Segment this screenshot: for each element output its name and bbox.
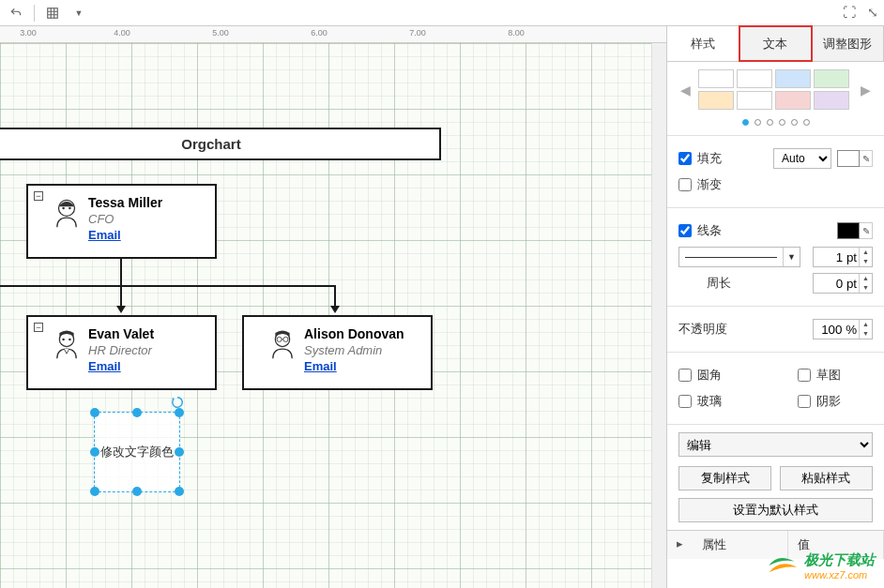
- orgchart-container[interactable]: Orgchart: [0, 128, 441, 160]
- swatch[interactable]: [775, 69, 811, 88]
- fullscreen-icon[interactable]: ⛶: [843, 5, 856, 20]
- fill-mode-select[interactable]: Auto: [773, 148, 831, 169]
- top-toolbar: ▼ ⛶ ⤡: [0, 0, 884, 26]
- watermark-icon: [765, 549, 799, 582]
- line-width-input[interactable]: ▲▼: [813, 247, 873, 267]
- avatar-icon: [51, 197, 83, 229]
- org-card[interactable]: − Evan Valet HR Director Email: [26, 315, 217, 390]
- line-checkbox[interactable]: 线条: [678, 222, 722, 239]
- collapse-icon[interactable]: −: [34, 191, 43, 201]
- gradient-checkbox[interactable]: 渐变: [678, 176, 722, 193]
- grid-button[interactable]: [42, 3, 63, 23]
- org-card[interactable]: Alison Donovan System Admin Email: [242, 315, 433, 390]
- format-panel: 样式 文本 调整图形 ◀ ▶: [666, 26, 884, 588]
- rounded-checkbox[interactable]: 圆角: [678, 367, 722, 384]
- edit-style-select[interactable]: 编辑: [678, 432, 873, 457]
- collapse-icon[interactable]: −: [34, 323, 43, 332]
- svg-point-5: [62, 339, 65, 341]
- swatch[interactable]: [698, 91, 734, 110]
- avatar-icon: [267, 328, 298, 360]
- opacity-input[interactable]: ▲▼: [813, 319, 873, 339]
- swatch[interactable]: [814, 91, 849, 110]
- page-dot[interactable]: [803, 119, 810, 126]
- swatch-prev-icon[interactable]: ◀: [677, 83, 694, 98]
- tab-arrange[interactable]: 调整图形: [812, 26, 884, 61]
- pencil-icon[interactable]: ✎: [860, 150, 873, 167]
- line-color-chip[interactable]: [837, 222, 860, 239]
- rotate-handle-icon[interactable]: [171, 396, 184, 409]
- svg-point-6: [69, 339, 71, 341]
- swatch[interactable]: [737, 91, 772, 110]
- chevron-right-icon[interactable]: ▸: [667, 531, 693, 559]
- swatch[interactable]: [737, 69, 772, 88]
- avatar-icon: [51, 328, 83, 360]
- grid-dropdown[interactable]: ▼: [69, 3, 89, 23]
- color-swatches: [698, 69, 853, 110]
- card-role: System Admin: [304, 343, 404, 357]
- svg-point-3: [69, 207, 71, 210]
- org-card[interactable]: − Tessa Miller CFO Email: [26, 184, 217, 259]
- line-style-select[interactable]: ▼: [678, 247, 800, 267]
- card-email-link[interactable]: Email: [304, 359, 404, 373]
- card-email-link[interactable]: Email: [88, 228, 162, 242]
- pencil-icon[interactable]: ✎: [860, 222, 873, 239]
- chevron-down-icon[interactable]: ▼: [783, 248, 800, 266]
- paste-style-button[interactable]: 粘贴样式: [780, 466, 873, 490]
- copy-style-button[interactable]: 复制样式: [678, 466, 771, 490]
- perimeter-label: 周长: [707, 275, 731, 292]
- fill-checkbox[interactable]: 填充: [678, 150, 722, 167]
- tab-text[interactable]: 文本: [739, 26, 812, 61]
- swatch[interactable]: [698, 69, 734, 88]
- perimeter-input[interactable]: ▲▼: [813, 273, 873, 294]
- swatch-next-icon[interactable]: ▶: [857, 83, 875, 98]
- svg-rect-0: [48, 8, 58, 18]
- card-role: CFO: [88, 212, 162, 226]
- svg-point-2: [62, 207, 65, 210]
- card-role: HR Director: [88, 343, 154, 357]
- set-default-style-button[interactable]: 设置为默认样式: [678, 498, 873, 522]
- fill-color-chip[interactable]: [837, 150, 860, 167]
- tab-style[interactable]: 样式: [667, 26, 739, 61]
- watermark: 极光下载站 www.xz7.com: [765, 549, 875, 582]
- shadow-checkbox[interactable]: 阴影: [798, 393, 873, 410]
- swatch-pager: [667, 117, 884, 135]
- selected-shape[interactable]: 修改文字颜色: [94, 412, 180, 492]
- ruler-horizontal: 3.00 4.00 5.00 6.00 7.00 8.00: [0, 26, 666, 43]
- undo-button[interactable]: [6, 3, 26, 23]
- page-dot[interactable]: [779, 119, 785, 126]
- sketch-checkbox[interactable]: 草图: [798, 367, 873, 384]
- glass-checkbox[interactable]: 玻璃: [678, 393, 722, 410]
- card-email-link[interactable]: Email: [88, 359, 154, 373]
- swatch[interactable]: [814, 69, 849, 88]
- page-dot[interactable]: [791, 119, 798, 126]
- card-name: Alison Donovan: [304, 326, 404, 341]
- shape-text: 修改文字颜色: [100, 444, 174, 460]
- page-dot[interactable]: [767, 119, 773, 126]
- card-name: Evan Valet: [88, 326, 154, 341]
- canvas-area[interactable]: 3.00 4.00 5.00 6.00 7.00 8.00 Orgchart −…: [0, 26, 666, 588]
- page-dot[interactable]: [754, 119, 761, 126]
- card-name: Tessa Miller: [88, 195, 162, 210]
- expand-icon[interactable]: ⤡: [867, 5, 878, 20]
- opacity-label: 不透明度: [678, 321, 727, 338]
- swatch[interactable]: [775, 91, 811, 110]
- page-dot[interactable]: [742, 119, 749, 126]
